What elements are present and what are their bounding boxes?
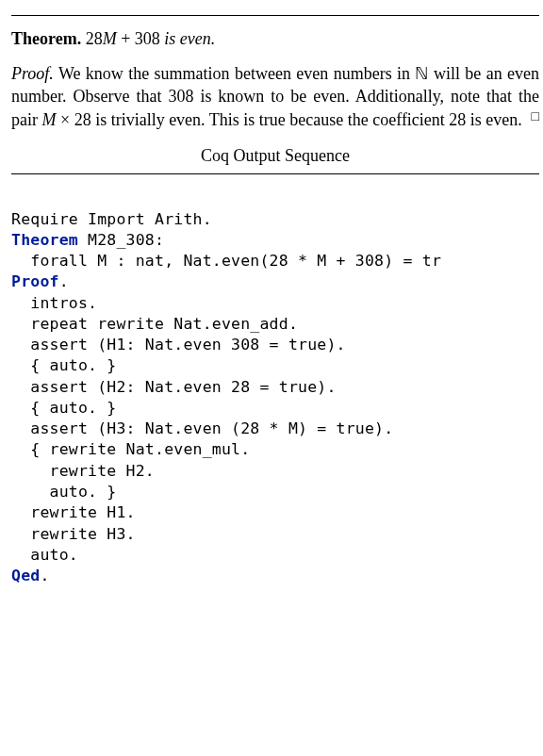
code-line: forall M : nat, Nat.even(28 * M + 308) =… [11, 252, 441, 270]
proof-label: Proof. [11, 64, 54, 83]
code-line: { rewrite Nat.even_mul. [11, 440, 250, 458]
code-line: M28_308: [78, 231, 164, 249]
top-rule [11, 15, 539, 16]
coq-section-title: Coq Output Sequence [11, 144, 539, 168]
code-line: { auto. } [11, 356, 116, 374]
code-line: assert (H3: Nat.even (28 * M) = true). [11, 419, 393, 437]
code-line: repeat rewrite Nat.even_add. [11, 315, 298, 333]
proof-body: We know the summation between even numbe… [11, 64, 539, 129]
code-line: assert (H2: Nat.even 28 = true). [11, 378, 337, 396]
code-line: assert (H1: Nat.even 308 = true). [11, 336, 346, 353]
coq-code-block: Require Import Arith. Theorem M28_308: f… [11, 188, 539, 586]
theorem-block: Theorem. 28M + 308 is even. [11, 27, 539, 51]
code-line: { auto. } [11, 399, 116, 417]
coq-keyword-proof: Proof [11, 272, 59, 290]
coq-keyword-qed: Qed [11, 567, 40, 584]
code-line: rewrite H3. [11, 525, 136, 543]
theorem-statement: is even. [160, 29, 215, 48]
qed-symbol: □ [532, 108, 539, 126]
code-line: . [40, 567, 49, 584]
code-line: auto. } [11, 483, 116, 501]
theorem-label: Theorem. [11, 29, 81, 48]
coq-keyword-theorem: Theorem [11, 231, 78, 249]
code-line: auto. [11, 546, 78, 564]
mid-rule [11, 173, 539, 174]
code-line: intros. [11, 294, 97, 312]
code-line: . [59, 272, 69, 290]
code-line: Require Import Arith. [11, 210, 212, 228]
proof-block: Proof. We know the summation between eve… [11, 62, 539, 131]
code-line: rewrite H1. [11, 503, 136, 521]
code-line: rewrite H2. [11, 462, 155, 480]
theorem-expression: 28M + 308 [86, 29, 160, 48]
